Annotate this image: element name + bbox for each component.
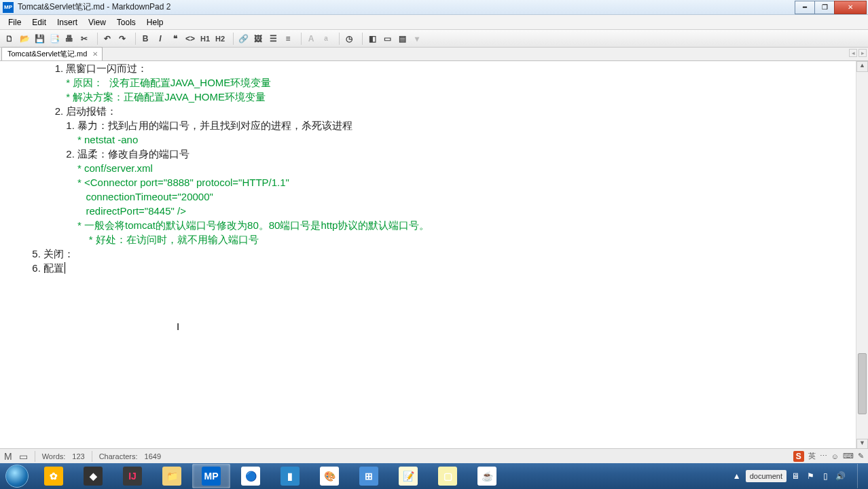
menu-help[interactable]: Help [141,16,169,29]
menu-insert[interactable]: Insert [52,16,83,29]
more-icon[interactable]: ▾ [410,32,424,46]
editor-line: * 解决方案：正确配置JAVA_HOME环境变量 [10,90,854,104]
editor-line: 2. 温柔：修改自身的端口号 [10,147,854,161]
editor-line: * 原因： 没有正确配置JAVA_HOME环境变量 [10,75,854,90]
tray-ime[interactable]: document [746,470,786,482]
preview-icon[interactable]: ◧ [365,32,379,46]
new-file-icon[interactable]: 🗋 [3,32,16,46]
save-all-icon[interactable]: 📑 [48,32,61,46]
app-icon: MP [3,2,14,13]
taskbar-intellij[interactable]: IJ [113,464,151,488]
toolbar: 🗋 📂 💾 📑 🖶 ✂ ↶ ↷ B I ❝ <> H1 H2 🔗 🖼 ☰ ≡ A… [0,30,868,48]
text-caret-icon: I [177,319,177,330]
font-small-icon[interactable]: a [319,32,333,46]
minimize-button[interactable]: ━ [795,1,815,14]
taskbar-explorer[interactable]: 📁 [153,464,191,488]
close-button[interactable]: ✕ [834,1,867,14]
taskbar-app-1[interactable]: ✿ [35,464,73,488]
titlebar: MP Tomcat&Servlet笔记.md - MarkdownPad 2 ━… [0,0,868,15]
editor-line: redirectPort="8445" /> [10,204,854,218]
tray-volume-icon[interactable]: 🔊 [834,471,846,481]
editor-line: 6. 配置 [10,261,854,275]
scroll-thumb[interactable] [858,353,867,414]
cut-icon[interactable]: ✂ [77,32,91,46]
vertical-scrollbar[interactable]: ▲ ▼ [856,61,868,450]
menu-edit[interactable]: Edit [26,16,52,29]
editor-line: * conf/server.xml [10,161,854,175]
undo-icon[interactable]: ↶ [101,32,114,46]
editor-area[interactable]: 1. 黑窗口一闪而过： * 原因： 没有正确配置JAVA_HOME环境变量 * … [0,61,854,450]
taskbar-control[interactable]: ⊞ [350,464,388,488]
toolbar-separator [297,33,302,45]
menu-file[interactable]: File [3,16,26,29]
tab-scroll-right-icon[interactable]: ▸ [858,49,867,57]
show-desktop-button[interactable] [857,464,864,488]
tab-scroll-left-icon[interactable]: ◂ [849,49,857,57]
toolbar-separator [359,33,363,45]
h1-icon[interactable]: H1 [198,32,212,46]
ime-face-icon[interactable]: ☺ [831,452,839,460]
toolbar-separator [230,33,234,45]
editor-line: 1. 暴力：找到占用的端口号，并且找到对应的进程，杀死该进程 [10,118,854,132]
start-button[interactable] [0,463,34,489]
status-divider [35,451,35,462]
status-divider [92,451,92,462]
tray-network-icon[interactable]: ▯ [819,471,831,481]
menu-view[interactable]: View [83,16,111,29]
browser-icon[interactable]: ▤ [395,32,409,46]
editor-line: connectionTimeout="20000" [10,189,854,204]
taskbar-sticky[interactable]: ▢ [429,464,467,488]
scroll-up-icon[interactable]: ▲ [856,61,868,72]
ol-icon[interactable]: ≡ [281,32,295,46]
ime-keyboard-icon[interactable]: ⌨ [843,452,854,460]
windows-logo-icon [5,465,29,488]
taskbar-java[interactable]: ☕ [468,464,506,488]
editor-line: * 一般会将tomcat的默认端口号修改为80。80端口号是http协议的默认端… [10,218,854,232]
taskbar-paint[interactable]: 🎨 [310,464,348,488]
link-icon[interactable]: 🔗 [236,32,250,46]
timestamp-icon[interactable]: ◷ [342,32,356,46]
ime-opt-icon[interactable]: ⋯ [820,452,827,460]
toolbar-separator [336,33,340,45]
char-count-label: Characters: [99,452,138,460]
window-title: Tomcat&Servlet笔记.md - MarkdownPad 2 [18,1,795,13]
word-count-label: Words: [42,452,66,460]
status-right: S 英 ⋯ ☺ ⌨ ✎ [793,451,864,462]
editor-line: 2. 启动报错： [10,104,854,118]
menu-tools[interactable]: Tools [111,16,141,29]
ime-lang[interactable]: 英 [808,451,816,461]
save-icon[interactable]: 💾 [33,32,46,46]
open-file-icon[interactable]: 📂 [18,32,31,46]
bold-icon[interactable]: B [139,32,152,46]
ul-icon[interactable]: ☰ [266,32,280,46]
tray-expand-icon[interactable]: ▲ [731,471,743,481]
tray-flag-icon[interactable]: ⚑ [804,471,816,481]
redo-icon[interactable]: ↷ [115,32,129,46]
quote-icon[interactable]: ❝ [168,32,182,46]
image-icon[interactable]: 🖼 [251,32,265,46]
taskbar-notepad[interactable]: 📝 [389,464,427,488]
tab-label: Tomcat&Servlet笔记.md [7,49,87,59]
tabbar: Tomcat&Servlet笔记.md ✕ ◂ ▸ [0,48,868,61]
print-icon[interactable]: 🖶 [62,32,76,46]
export-icon[interactable]: ▭ [380,32,394,46]
taskbar-markdownpad[interactable]: MP [192,464,230,488]
h2-icon[interactable]: H2 [213,32,227,46]
tray-hw-icon[interactable]: 🖥 [789,471,801,481]
editor-line: * netstat -ano [10,132,854,147]
tab-close-icon[interactable]: ✕ [91,50,99,58]
code-icon[interactable]: <> [183,32,197,46]
maximize-button[interactable]: ❐ [814,1,835,14]
toolbar-separator [132,33,136,45]
ime-settings-icon[interactable]: ✎ [858,452,864,460]
taskbar-app-2[interactable]: ◆ [74,464,112,488]
taskbar-chrome[interactable]: 🔵 [232,464,270,488]
file-tab[interactable]: Tomcat&Servlet笔记.md ✕ [1,47,103,60]
italic-icon[interactable]: I [153,32,167,46]
taskbar-app-3[interactable]: ▮ [271,464,309,488]
menubar: File Edit Insert View Tools Help [0,15,868,30]
toolbar-separator [94,33,98,45]
ime-indicator-icon[interactable]: S [793,451,804,462]
statusbar: M ▭ Words: 123 Characters: 1649 S 英 ⋯ ☺ … [0,448,868,463]
font-large-icon[interactable]: A [304,32,318,46]
